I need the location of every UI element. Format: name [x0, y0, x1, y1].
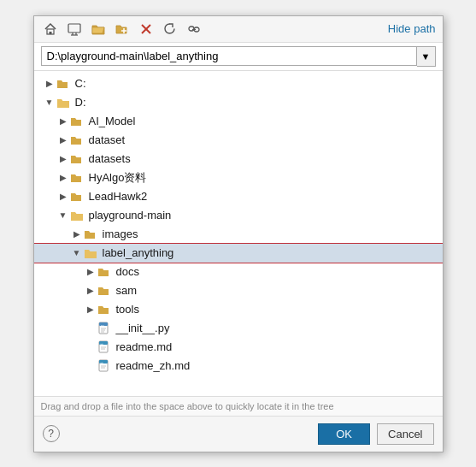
file-tree: ▶ C: ▼ D: ▶ AI_Model ▶ [34, 71, 443, 396]
folder-icon-hyalgo [70, 172, 85, 184]
footer-left: ? [43, 425, 60, 442]
link-button[interactable] [185, 20, 203, 38]
tree-item-label-anything[interactable]: ▼ label_anything [34, 244, 443, 263]
footer: ? OK Cancel [34, 416, 443, 452]
tree-item-d[interactable]: ▼ D: [34, 93, 443, 112]
open-folder-button[interactable] [89, 20, 108, 38]
label-docs: docs [116, 265, 139, 278]
svg-text:MD: MD [100, 342, 103, 346]
cancel-button[interactable]: Cancel [377, 423, 433, 445]
folder-icon-leadhawk2 [70, 191, 85, 203]
md-file-icon-readme: MD [97, 340, 113, 354]
path-bar: ▼ [34, 43, 443, 71]
expander-images: ▶ [70, 228, 84, 241]
expander-datasets: ▶ [56, 152, 70, 166]
tree-item-ai-model[interactable]: ▶ AI_Model [34, 112, 443, 131]
tree-item-hyalgo[interactable]: ▶ HyAlgo资料 [34, 168, 443, 187]
label-dataset: dataset [89, 133, 126, 146]
toolbar-left [41, 20, 203, 38]
label-init-py: __init__.py [116, 322, 170, 334]
label-ai-model: AI_Model [89, 115, 136, 127]
label-hyalgo: HyAlgo资料 [89, 170, 147, 186]
expander-playground-main: ▼ [56, 209, 70, 222]
tree-item-leadhawk2[interactable]: ▶ LeadHawk2 [34, 187, 443, 206]
expander-c: ▶ [43, 77, 56, 91]
py-file-icon: py [97, 322, 113, 335]
folder-icon-playground-main [70, 210, 85, 222]
home-button[interactable] [41, 20, 60, 38]
label-playground-main: playground-main [89, 209, 172, 222]
svg-rect-2 [68, 24, 80, 33]
ok-button[interactable]: OK [318, 423, 370, 445]
folder-icon-d [56, 97, 72, 109]
svg-rect-10 [189, 27, 194, 31]
label-leadhawk2: LeadHawk2 [89, 190, 148, 203]
expander-d: ▼ [43, 96, 56, 109]
desktop-button[interactable] [65, 20, 84, 38]
new-folder-button[interactable] [113, 20, 132, 38]
folder-icon-dataset [70, 134, 85, 146]
folder-icon-ai-model [70, 115, 85, 127]
tree-item-images[interactable]: ▶ images [34, 225, 443, 244]
help-button[interactable]: ? [43, 425, 60, 442]
tree-item-tools[interactable]: ▶ tools [34, 300, 443, 319]
tree-item-datasets[interactable]: ▶ datasets [34, 150, 443, 168]
hide-path-button[interactable]: Hide path [388, 22, 436, 35]
expander-dataset: ▶ [56, 133, 70, 147]
folder-icon-images [84, 228, 99, 240]
folder-icon-label-anything [84, 247, 99, 259]
label-tools: tools [116, 303, 139, 316]
close-button[interactable] [137, 20, 156, 38]
footer-right: OK Cancel [318, 423, 433, 445]
tree-item-playground-main[interactable]: ▼ playground-main [34, 206, 443, 225]
expander-sam: ▶ [84, 284, 97, 298]
label-datasets: datasets [89, 152, 131, 165]
label-sam: sam [116, 284, 138, 297]
folder-icon-sam [97, 285, 113, 297]
expander-label-anything: ▼ [70, 246, 84, 260]
label-readme-md: readme.md [116, 340, 173, 353]
refresh-button[interactable] [161, 20, 179, 38]
svg-rect-1 [49, 32, 51, 34]
label-d: D: [75, 96, 86, 109]
label-readme-zh-md: readme_zh.md [116, 359, 191, 372]
expander-docs: ▶ [84, 265, 97, 279]
tree-item-readme-md[interactable]: ▶ MD readme.md [34, 338, 443, 357]
svg-text:MD: MD [100, 361, 103, 364]
tree-item-c[interactable]: ▶ C: [34, 74, 443, 93]
folder-icon-docs [97, 266, 113, 278]
tree-item-dataset[interactable]: ▶ dataset [34, 131, 443, 150]
tree-item-init-py[interactable]: ▶ py __init__.py [34, 319, 443, 338]
label-images: images [103, 228, 138, 240]
folder-icon-datasets [70, 153, 85, 165]
tree-item-sam[interactable]: ▶ sam [34, 281, 443, 300]
label-c: C: [75, 77, 86, 90]
drag-hint: Drag and drop a file into the space abov… [34, 396, 443, 416]
file-dialog: Hide path ▼ ▶ C: ▼ D: ▶ [33, 15, 444, 452]
expander-ai-model: ▶ [56, 115, 70, 128]
toolbar: Hide path [34, 16, 443, 43]
label-label-anything: label_anything [103, 246, 174, 259]
expander-hyalgo: ▶ [56, 171, 70, 185]
tree-item-readme-zh-md[interactable]: ▶ MD readme_zh.md [34, 357, 443, 375]
folder-icon-tools [97, 304, 113, 316]
tree-item-docs[interactable]: ▶ docs [34, 263, 443, 281]
expander-leadhawk2: ▶ [56, 190, 70, 204]
path-input[interactable] [41, 46, 417, 66]
md-file-icon-readme-zh: MD [97, 359, 113, 373]
folder-icon-c [56, 78, 72, 90]
path-dropdown-button[interactable]: ▼ [417, 46, 436, 67]
svg-text:py: py [101, 323, 104, 327]
expander-tools: ▶ [84, 303, 97, 316]
